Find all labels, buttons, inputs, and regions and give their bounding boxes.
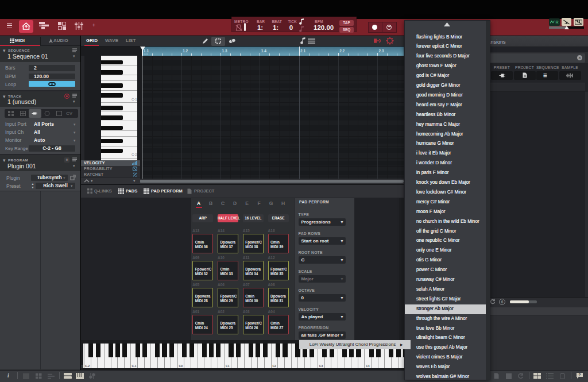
svg-text:?: ? (578, 373, 581, 377)
